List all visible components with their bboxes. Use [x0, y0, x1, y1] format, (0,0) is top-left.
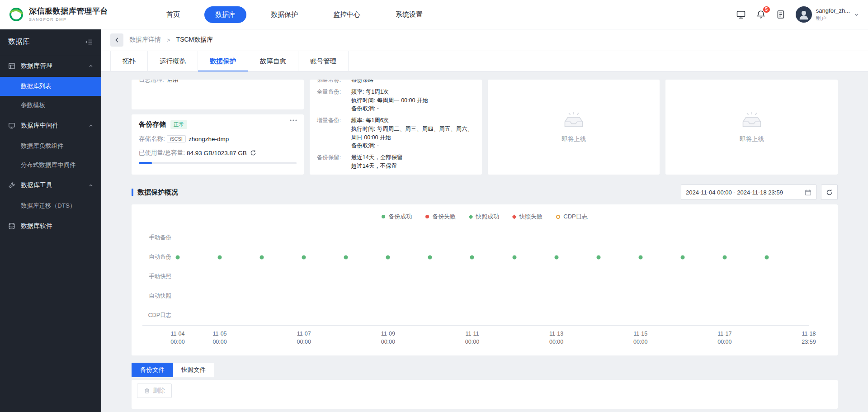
file-tab[interactable]: 快照文件: [173, 363, 214, 377]
policy-row: 备份保留:最近14天，全部保留超过14天，不保留: [317, 153, 475, 170]
app-subtitle: SANGFOR DMP: [29, 17, 108, 22]
chart-point[interactable]: [428, 255, 432, 259]
clipped-card-line: 日志清理: 启用: [139, 80, 297, 84]
chart-point[interactable]: [386, 255, 390, 259]
sidebar-group[interactable]: 数据库软件: [0, 215, 101, 237]
sidebar-item[interactable]: 参数模板: [0, 96, 101, 115]
sidebar-item[interactable]: 数据库列表: [0, 77, 101, 96]
breadcrumb-separator: >: [167, 37, 170, 43]
chart-row-label: 手动快照: [142, 267, 178, 286]
legend-item[interactable]: CDP日志: [556, 213, 587, 221]
settings-link[interactable]: 设置: [378, 175, 390, 175]
summary-cards: 日志清理: 启用 备份存储 正常 存储名称: iSCSI zh: [132, 80, 838, 175]
breadcrumb: 数据库详情 > TSCM数据库: [101, 29, 868, 51]
protection-section-header: 数据保护概况 2024-11-04 00:00 - 2024-11-18 23:…: [132, 185, 838, 200]
axis-tick-label: 11-13 00:00: [549, 330, 563, 346]
screen-icon[interactable]: [736, 9, 746, 19]
policy-row-value: 频率: 每1周6次执行时间: 每周周二、周三、周四、周五、周六、周日 00:00…: [351, 116, 475, 150]
empty-box-icon: [740, 111, 764, 130]
title-accent-bar: [132, 189, 133, 196]
storage-card-title: 备份存储: [139, 120, 166, 129]
nav-item[interactable]: 系统设置: [385, 6, 434, 23]
axis-tick-label: 11-09 00:00: [381, 330, 395, 346]
legend-item[interactable]: 备份成功: [382, 213, 412, 221]
policy-row-value: 整个实例设置: [351, 174, 475, 175]
nav-item[interactable]: 首页: [156, 6, 191, 23]
legend-item[interactable]: 快照成功: [469, 213, 499, 221]
avatar: [796, 6, 812, 23]
axis-tick-label: 11-17 00:00: [717, 330, 731, 346]
date-range-value: 2024-11-04 00:00 - 2024-11-18 23:59: [686, 189, 783, 196]
chevron-down-icon: [854, 12, 859, 17]
policy-row-value: 最近14天，全部保留超过14天，不保留: [351, 153, 475, 170]
chart-point[interactable]: [302, 255, 306, 259]
sidebar-item[interactable]: 分布式数据库中间件: [0, 156, 101, 175]
calendar-icon: [805, 189, 811, 196]
chevron-up-icon: [89, 183, 93, 188]
chart-point[interactable]: [470, 255, 474, 259]
nav-item[interactable]: 数据库: [204, 6, 246, 23]
chart-point[interactable]: [764, 255, 769, 259]
backup-policy-card: 策略名称: 备份策略 全量备份:频率: 每1周1次执行时间: 每周周一 00:0…: [310, 80, 482, 175]
policy-row: 全量备份:频率: 每1周1次执行时间: 每周周一 00:00 开始备份取消: -: [317, 88, 475, 113]
policy-row-label: 备份保留:: [317, 153, 351, 170]
circle-marker-icon: [425, 215, 429, 218]
chart-row-label: CDP日志: [142, 306, 178, 325]
detail-tab[interactable]: 故障自愈: [248, 51, 298, 71]
main-area: 数据库详情 > TSCM数据库 拓扑运行概览数据保护故障自愈账号管理 日志清理:…: [101, 29, 868, 412]
chart-point[interactable]: [260, 255, 264, 259]
legend-item[interactable]: 快照失败: [513, 213, 542, 221]
sidebar-group[interactable]: 数据库中间件: [0, 115, 101, 137]
sidebar-group[interactable]: 数据库工具: [0, 175, 101, 196]
chart-point[interactable]: [554, 255, 558, 259]
more-icon[interactable]: [289, 119, 297, 122]
detail-tab[interactable]: 账号管理: [298, 51, 349, 71]
delete-button[interactable]: 删除: [137, 384, 172, 398]
sidebar-collapse-icon[interactable]: [85, 38, 93, 46]
file-table-panel: 删除: [132, 380, 838, 409]
axis-tick-label: 11-07 00:00: [297, 330, 311, 346]
chart-point[interactable]: [722, 255, 726, 259]
diamond-marker-icon: [512, 214, 517, 219]
sidebar-item[interactable]: 数据库负载组件: [0, 137, 101, 156]
sidebar: 数据库 数据库管理数据库列表参数模板数据库中间件数据库负载组件分布式数据库中间件…: [0, 29, 101, 412]
chart-point[interactable]: [638, 255, 642, 259]
clipboard-icon[interactable]: [776, 9, 786, 19]
chart-row-label: 手动备份: [142, 228, 178, 247]
sidebar-item[interactable]: 数据库迁移（DTS）: [0, 196, 101, 215]
chart-point[interactable]: [176, 255, 180, 259]
detail-tab[interactable]: 数据保护: [198, 51, 248, 71]
refresh-button[interactable]: [821, 185, 838, 200]
detail-tab[interactable]: 运行概览: [148, 51, 198, 71]
file-tab[interactable]: 备份文件: [132, 363, 173, 377]
middleware-icon: [8, 122, 16, 130]
content-area: 日志清理: 启用 备份存储 正常 存储名称: iSCSI zh: [101, 71, 868, 412]
chart-row-label: 自动快照: [142, 286, 178, 306]
chart-point[interactable]: [218, 255, 222, 259]
chart-point[interactable]: [344, 255, 348, 259]
protection-timeline-chart: 备份成功备份失败快照成功快照失败CDP日志 手动备份自动备份手动快照自动快照CD…: [132, 204, 838, 355]
sidebar-group[interactable]: 数据库管理: [0, 55, 101, 77]
header-actions: 5 sangfor_zh... 租户: [736, 6, 868, 23]
sidebar-group-label: 数据库管理: [21, 62, 52, 70]
user-menu[interactable]: sangfor_zh... 租户: [796, 6, 859, 23]
chart-point[interactable]: [512, 255, 516, 259]
db-manage-icon: [8, 62, 16, 70]
notification-badge: 5: [763, 6, 770, 13]
nav-item[interactable]: 监控中心: [322, 6, 371, 23]
chart-point[interactable]: [680, 255, 684, 259]
brand: 深信服数据库管理平台 SANGFOR DMP: [0, 6, 156, 23]
chart-point[interactable]: [596, 255, 600, 259]
back-button[interactable]: [110, 33, 123, 47]
policy-row: 增量备份:频率: 每1周6次执行时间: 每周周二、周三、周四、周五、周六、周日 …: [317, 116, 475, 150]
legend-item[interactable]: 备份失败: [425, 213, 456, 221]
refresh-icon[interactable]: [250, 150, 256, 156]
date-range-picker[interactable]: 2024-11-04 00:00 - 2024-11-18 23:59: [681, 185, 816, 200]
detail-tab[interactable]: 拓扑: [110, 51, 148, 71]
nav-item[interactable]: 数据保护: [260, 6, 309, 23]
bell-icon[interactable]: 5: [756, 9, 766, 19]
app-header: 深信服数据库管理平台 SANGFOR DMP 首页数据库数据保护监控中心系统设置…: [0, 0, 868, 29]
tools-icon: [8, 182, 16, 189]
diamond-marker-icon: [469, 214, 473, 219]
breadcrumb-parent[interactable]: 数据库详情: [129, 36, 161, 44]
